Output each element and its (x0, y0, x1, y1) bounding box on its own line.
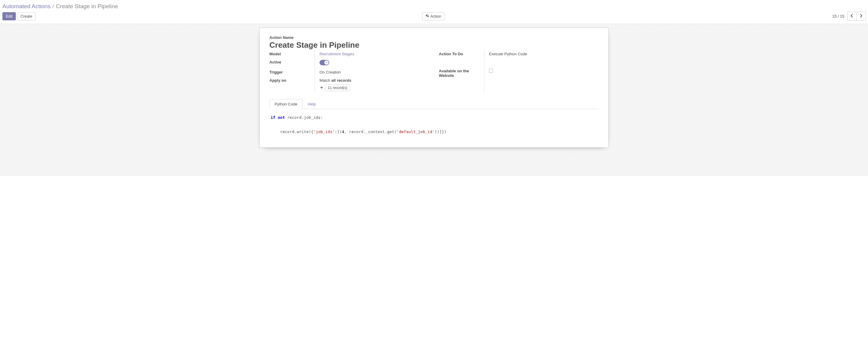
code-l2-d: ))]}) (435, 129, 446, 134)
code-l2-b: :[( (335, 129, 342, 134)
code-l1-rest: record.job_ids: (285, 115, 323, 120)
form-view: Action Name Create Stage in Pipeline Mod… (0, 24, 868, 176)
gear-icon (426, 14, 429, 19)
edit-button[interactable]: Edit (2, 12, 16, 20)
form-sheet: Action Name Create Stage in Pipeline Mod… (259, 28, 609, 148)
notebook: Python Code Help if not record.job_ids: … (269, 99, 599, 140)
code-l2-str1: 'job_ids' (313, 129, 335, 134)
trigger-label: Trigger (269, 68, 315, 76)
active-label: Active (269, 58, 315, 68)
chevron-right-icon (860, 14, 863, 19)
code-kw-not: not (278, 115, 285, 120)
breadcrumb: Automated Actions / Create Stage in Pipe… (0, 0, 868, 11)
pager-current: 15 (832, 14, 836, 19)
available-website-checkbox[interactable] (489, 69, 493, 73)
action-label: Action (430, 14, 441, 19)
pager-sep: / (838, 14, 839, 19)
apply-on-match-text: Match all records (319, 78, 429, 83)
code-l2-a: record.write({ (271, 129, 313, 134)
model-value[interactable]: Recruitment Stages (319, 52, 354, 56)
code-l2-str2: 'default_job_id' (397, 129, 435, 134)
action-to-do-value: Execute Python Code (485, 50, 599, 67)
toggle-knob (324, 60, 329, 65)
code-l2-num: 4 (342, 129, 344, 134)
pager-prev-button[interactable] (847, 11, 857, 21)
trigger-value: On Creation (315, 68, 429, 76)
tabs: Python Code Help (269, 99, 599, 109)
breadcrumb-current: Create Stage in Pipeline (56, 3, 118, 10)
action-dropdown[interactable]: Action (422, 12, 445, 20)
tab-content-python-code: if not record.job_ids: record.write({'jo… (269, 109, 599, 140)
right-fields-group: Action To Do Execute Python Code Availab… (439, 50, 599, 93)
pager-next-button[interactable] (857, 11, 866, 21)
tab-python-code[interactable]: Python Code (269, 99, 303, 109)
page-title: Create Stage in Pipeline (269, 40, 599, 50)
model-label: Model (269, 50, 315, 58)
arrow-right-icon (319, 86, 323, 90)
breadcrumb-parent-link[interactable]: Automated Actions (2, 3, 51, 10)
records-count-button[interactable]: 11 record(s) (325, 85, 350, 91)
code-kw-if: if (271, 115, 276, 120)
pager[interactable]: 15 / 15 (832, 14, 844, 19)
match-bold: all records (331, 78, 351, 83)
tab-help[interactable]: Help (303, 99, 321, 109)
active-toggle[interactable] (319, 60, 329, 65)
breadcrumb-separator: / (52, 3, 54, 10)
action-name-label: Action Name (269, 35, 599, 40)
control-panel: Edit Create Action 15 / 15 (0, 11, 868, 24)
code-l2-c: , record._context.get( (344, 129, 397, 134)
chevron-left-icon (850, 14, 854, 19)
available-website-label: Available on the Website (439, 67, 485, 93)
apply-on-label: Apply on (269, 76, 315, 93)
python-code-field: if not record.job_ids: record.write({'jo… (271, 114, 597, 135)
create-button[interactable]: Create (17, 12, 35, 20)
action-to-do-label: Action To Do (439, 50, 485, 67)
pager-total: 15 (840, 14, 844, 19)
check-icon (325, 61, 328, 64)
left-fields-group: Model Recruitment Stages Active Trigger (269, 50, 429, 93)
match-prefix: Match (319, 78, 331, 83)
